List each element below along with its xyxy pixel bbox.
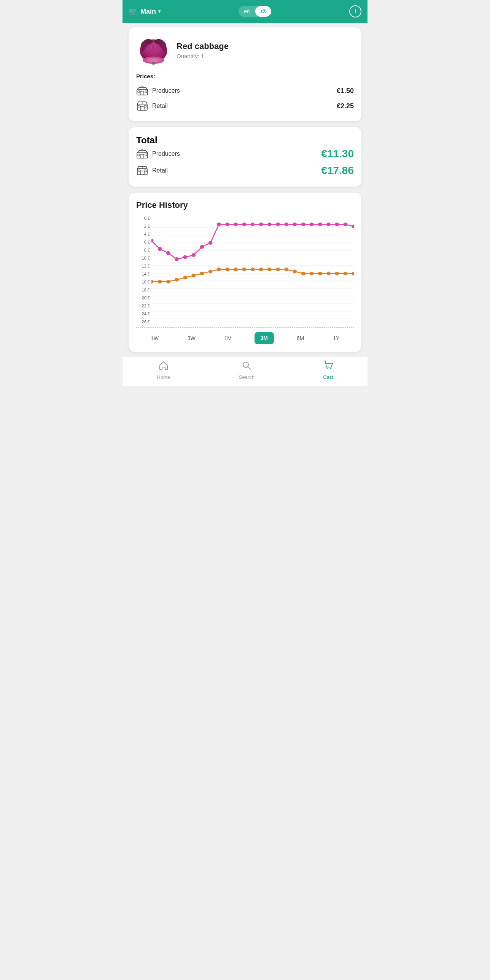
svg-point-70 bbox=[192, 253, 196, 257]
svg-point-79 bbox=[267, 223, 271, 226]
svg-rect-17 bbox=[137, 153, 148, 158]
svg-point-60 bbox=[318, 272, 322, 275]
svg-point-52 bbox=[251, 267, 255, 271]
svg-rect-23 bbox=[138, 170, 140, 172]
total-producers-label: Producers bbox=[152, 151, 180, 158]
svg-rect-7 bbox=[152, 62, 155, 65]
svg-point-48 bbox=[217, 267, 221, 271]
total-retail-value: €17.86 bbox=[321, 164, 354, 177]
search-label: Search bbox=[239, 374, 254, 380]
total-producers-row: Producers €11.30 bbox=[136, 146, 354, 162]
retail-price: €2.25 bbox=[337, 102, 354, 110]
svg-point-86 bbox=[326, 223, 330, 226]
total-card: Total Producers €11.30 bbox=[129, 127, 361, 186]
lang-el[interactable]: ελ bbox=[255, 6, 271, 17]
y-label-11: 4 € bbox=[136, 232, 150, 236]
retail-label: Retail bbox=[152, 103, 168, 110]
svg-point-44 bbox=[183, 276, 187, 280]
header: 🛒 Main ▾ en ελ i bbox=[123, 0, 367, 23]
y-axis: 26 € 24 € 22 € 20 € 18 € 16 € 14 € 12 € … bbox=[136, 216, 152, 324]
svg-point-78 bbox=[259, 223, 263, 226]
time-period-buttons[interactable]: 1W 3W 1M 3M 6M 1Y bbox=[136, 332, 354, 344]
nav-cart[interactable]: Cart bbox=[323, 361, 333, 380]
time-1y[interactable]: 1Y bbox=[327, 332, 345, 344]
svg-rect-22 bbox=[140, 171, 144, 175]
info-button[interactable]: i bbox=[349, 5, 361, 18]
svg-point-81 bbox=[284, 223, 288, 226]
header-title: Main bbox=[140, 8, 156, 16]
search-icon bbox=[242, 361, 251, 373]
svg-point-62 bbox=[335, 272, 339, 275]
svg-point-49 bbox=[225, 267, 230, 271]
y-label-8: 10 € bbox=[136, 256, 150, 260]
bottom-navigation: Home Search Cart bbox=[123, 356, 367, 386]
main-menu[interactable]: 🛒 Main ▾ bbox=[129, 7, 161, 16]
chart-divider bbox=[136, 327, 354, 328]
nav-search[interactable]: Search bbox=[239, 361, 254, 380]
time-1m[interactable]: 1M bbox=[218, 332, 238, 344]
svg-point-75 bbox=[234, 223, 238, 226]
svg-point-74 bbox=[225, 223, 230, 226]
time-1w[interactable]: 1W bbox=[145, 332, 165, 344]
svg-point-58 bbox=[301, 272, 305, 275]
chevron-down-icon: ▾ bbox=[158, 9, 161, 14]
svg-point-76 bbox=[243, 223, 246, 226]
product-image bbox=[136, 35, 171, 65]
y-label-7: 12 € bbox=[136, 264, 150, 268]
product-info: Red cabbage Quantity: 1 bbox=[177, 41, 229, 59]
svg-rect-10 bbox=[138, 91, 140, 93]
svg-point-77 bbox=[251, 223, 255, 226]
product-card: Red cabbage Quantity: 1 Prices: bbox=[129, 27, 361, 121]
total-retail-label: Retail bbox=[152, 167, 168, 174]
y-label-0: 26 € bbox=[136, 320, 150, 324]
svg-point-72 bbox=[209, 241, 213, 245]
nav-home[interactable]: Home bbox=[157, 361, 170, 380]
time-6m[interactable]: 6M bbox=[290, 332, 310, 344]
svg-point-41 bbox=[158, 280, 162, 283]
price-row-producers: Producers €1.50 bbox=[136, 83, 354, 99]
svg-rect-9 bbox=[141, 91, 144, 95]
y-label-13: 0 € bbox=[136, 216, 150, 220]
prices-section: Prices: Producers € bbox=[136, 73, 354, 114]
total-title: Total bbox=[136, 135, 354, 146]
producers-label: Producers bbox=[152, 88, 180, 94]
product-header: Red cabbage Quantity: 1 bbox=[136, 35, 354, 65]
svg-point-88 bbox=[343, 223, 348, 226]
svg-point-92 bbox=[326, 368, 327, 369]
cart-label: Cart bbox=[323, 374, 333, 380]
svg-point-82 bbox=[293, 223, 297, 226]
svg-point-63 bbox=[343, 272, 348, 275]
svg-point-45 bbox=[192, 274, 196, 277]
svg-point-55 bbox=[276, 267, 280, 271]
svg-rect-14 bbox=[138, 105, 140, 107]
product-quantity: Quantity: 1 bbox=[177, 53, 229, 59]
svg-point-69 bbox=[183, 255, 187, 259]
retail-icon bbox=[136, 101, 148, 111]
svg-point-87 bbox=[335, 223, 339, 226]
y-label-6: 14 € bbox=[136, 272, 150, 276]
language-toggle[interactable]: en ελ bbox=[239, 6, 271, 17]
svg-point-71 bbox=[200, 245, 204, 249]
svg-point-57 bbox=[293, 269, 297, 273]
svg-point-64 bbox=[352, 272, 354, 275]
total-producers-icon bbox=[136, 149, 148, 159]
time-3w[interactable]: 3W bbox=[182, 332, 202, 344]
basket-icon: 🛒 bbox=[129, 7, 138, 16]
lang-en[interactable]: en bbox=[239, 6, 255, 17]
svg-line-91 bbox=[248, 367, 251, 370]
total-retail-icon bbox=[136, 165, 148, 176]
svg-point-73 bbox=[217, 223, 221, 226]
svg-point-66 bbox=[158, 247, 162, 251]
product-name: Red cabbage bbox=[177, 41, 229, 51]
svg-point-51 bbox=[243, 267, 246, 271]
y-label-1: 24 € bbox=[136, 312, 150, 316]
svg-point-84 bbox=[310, 223, 314, 226]
svg-rect-19 bbox=[138, 154, 140, 156]
time-3m[interactable]: 3M bbox=[254, 332, 274, 344]
svg-rect-11 bbox=[145, 91, 147, 93]
total-producers-value: €11.30 bbox=[321, 148, 354, 160]
price-history-card: Price History 26 € 24 € 22 € 20 € 18 € 1… bbox=[129, 192, 361, 352]
svg-point-6 bbox=[148, 59, 158, 62]
svg-point-43 bbox=[175, 278, 179, 282]
svg-rect-24 bbox=[144, 170, 147, 172]
